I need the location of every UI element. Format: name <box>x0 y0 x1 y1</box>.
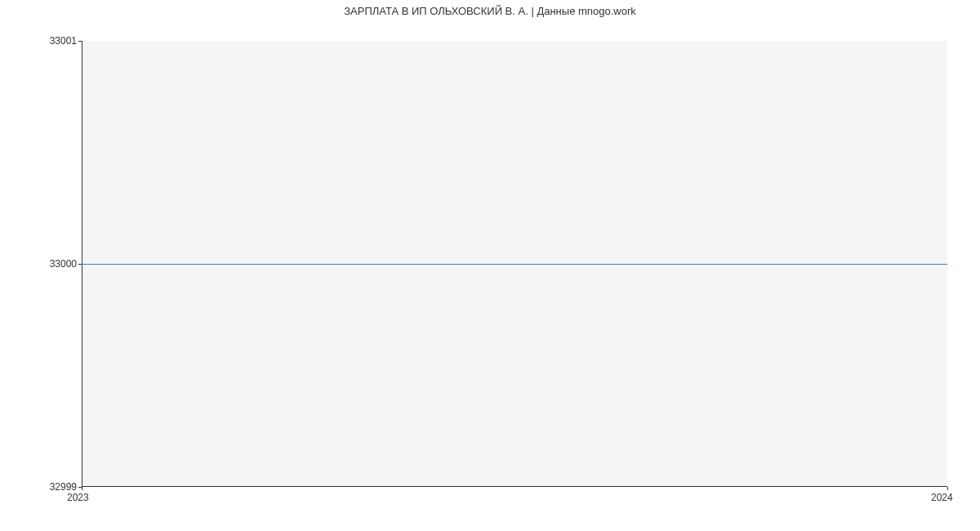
x-tick-mark <box>82 487 82 490</box>
salary-chart: ЗАРПЛАТА В ИП ОЛЬХОВСКИЙ В. А. | Данные … <box>0 0 980 531</box>
x-tick-label: 2024 <box>931 492 953 503</box>
x-tick-label: 2023 <box>67 492 89 503</box>
x-tick-mark <box>947 487 948 490</box>
y-tick-label: 32999 <box>50 481 77 493</box>
y-tick-mark <box>78 41 82 42</box>
chart-title: ЗАРПЛАТА В ИП ОЛЬХОВСКИЙ В. А. | Данные … <box>0 5 980 17</box>
data-line-salary <box>82 264 947 265</box>
y-tick-label: 33001 <box>50 35 77 47</box>
y-tick-label: 33000 <box>50 258 77 270</box>
y-tick-mark <box>78 264 82 265</box>
